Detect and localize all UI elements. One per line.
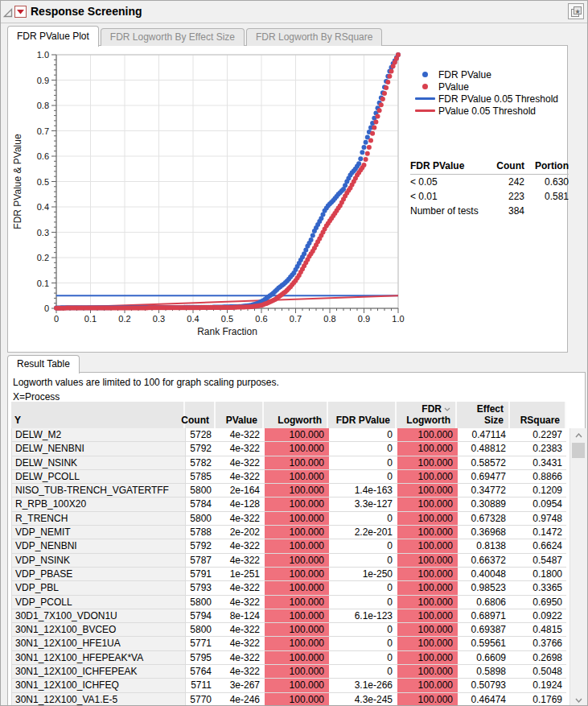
value-cell: 4e-322: [216, 554, 265, 567]
column-header-y[interactable]: Y: [11, 402, 185, 428]
legend-label: FDR PValue 0.05 Threshold: [438, 93, 558, 105]
legend-item-pvalue[interactable]: PValue: [414, 81, 558, 93]
table-row[interactable]: 30N1_12X100_ICHFEPEAK57644e-322100.00001…: [12, 665, 566, 679]
table-row[interactable]: DELW_PCOLL57854e-322100.0000100.0000.694…: [12, 470, 566, 484]
value-cell: 0.4815: [511, 623, 567, 636]
value-cell: 2e-164: [216, 484, 265, 497]
table-row[interactable]: VDP_PCOLL58004e-322100.0000100.0000.6806…: [12, 596, 566, 609]
value-cell: 4e-322: [216, 428, 265, 441]
scroll-down-icon[interactable]: [570, 693, 586, 706]
svg-text:0.9: 0.9: [37, 76, 49, 85]
table-row[interactable]: VDP_NSINK57874e-322100.0000100.0000.6637…: [12, 554, 566, 568]
table-row[interactable]: 30N1_12X100_VA1.E-557704e-246100.0004.3e…: [12, 693, 566, 706]
value-cell: 4e-128: [216, 498, 265, 510]
column-header-rsquare[interactable]: RSquare: [510, 402, 566, 428]
value-cell: 0.1769: [511, 693, 567, 706]
table-row[interactable]: NISO_TUB-TRENCH_VGATERTFF58002e-164100.0…: [12, 484, 566, 498]
y-name-cell: 30N1_12X100_ICHFEQ: [12, 679, 186, 692]
tab-result-table-label: Result Table: [17, 358, 70, 370]
layered-star-icon[interactable]: ★: [568, 3, 584, 19]
table-row[interactable]: R_RPB_100X2057844e-128100.0003.3e-127100…: [12, 498, 566, 511]
scroll-up-icon[interactable]: [570, 428, 586, 442]
value-cell: 0: [329, 470, 397, 483]
table-row[interactable]: R_TRENCH58004e-322100.0000100.0000.67328…: [12, 512, 566, 526]
table-row[interactable]: DELW_NENBNI57924e-322100.0000100.0000.48…: [12, 442, 566, 456]
tab-fdr-pvalue-plot[interactable]: FDR PValue Plot: [7, 26, 99, 47]
summary-header: Portion: [524, 160, 569, 171]
column-header-pvalue[interactable]: PValue: [216, 402, 264, 428]
value-cell: 100.000: [265, 512, 329, 525]
value-cell: 100.000: [265, 637, 329, 650]
tab-fdr-logworth-by-effect-size[interactable]: FDR Logworth By Effect Size: [101, 28, 245, 46]
summary-cell: < 0.01: [410, 191, 488, 202]
table-row[interactable]: 30N1_12X100_BVCEO58004e-322100.0000100.0…: [12, 623, 566, 637]
table-row[interactable]: 30N1_12X100_HFEPEAK*VA57954e-322100.0000…: [12, 651, 566, 665]
table-row[interactable]: 30N1_12X100_HFE1UA57714e-322100.0000100.…: [12, 637, 566, 650]
table-row[interactable]: DELW_NSINK57824e-322100.0000100.0000.585…: [12, 456, 566, 470]
value-cell: 100.000: [265, 665, 329, 678]
fdr-summary-table: FDR PValueCountPortion< 0.052420.630< 0.…: [410, 159, 569, 218]
value-cell: 0.2383: [511, 442, 567, 455]
value-cell: 0: [329, 581, 397, 594]
summary-cell: 242: [488, 176, 524, 188]
value-cell: 0.6609: [458, 651, 511, 664]
summary-header: FDR PValue: [410, 160, 488, 171]
value-cell: 5782: [186, 456, 216, 469]
vertical-scrollbar[interactable]: [569, 428, 586, 706]
summary-cell: 0.581: [524, 191, 569, 202]
red-triangle-menu-icon[interactable]: [14, 6, 27, 18]
result-table-body: DELW_M257284e-322100.0000100.0000.471140…: [11, 428, 566, 706]
value-cell: 4e-322: [216, 470, 265, 483]
y-name-cell: R_RPB_100X20: [12, 498, 186, 510]
table-row[interactable]: DELW_M257284e-322100.0000100.0000.471140…: [12, 428, 566, 442]
value-cell: 0.6624: [511, 539, 567, 552]
summary-header-row: FDR PValueCountPortion: [410, 159, 569, 175]
table-row[interactable]: 30N1_12X100_ICHFEQ57113e-267100.0003.1e-…: [12, 679, 566, 692]
value-cell: 5792: [186, 442, 216, 455]
column-header-count[interactable]: Count: [185, 402, 216, 428]
svg-text:1.0: 1.0: [37, 50, 49, 60]
column-header-effect-size[interactable]: Effect Size: [457, 402, 510, 428]
table-row[interactable]: VDP_PBL57934e-322100.0000100.0000.985230…: [12, 581, 566, 595]
scrollbar-thumb[interactable]: [572, 443, 585, 458]
value-cell: 0.1472: [511, 526, 567, 539]
column-header-fdr-logworth[interactable]: FDRLogworth: [397, 402, 457, 428]
summary-cell: Number of tests: [410, 205, 488, 217]
table-row[interactable]: VDP_NENBNI57924e-322100.0000100.0000.813…: [12, 539, 566, 553]
column-header-logworth[interactable]: Logworth: [264, 402, 328, 428]
legend-line-icon: [414, 97, 435, 100]
value-cell: 100.000: [397, 484, 458, 497]
legend-item-pvalue-0-05-threshold[interactable]: PValue 0.05 Threshold: [414, 105, 558, 117]
value-cell: 100.000: [265, 428, 329, 441]
y-name-cell: R_TRENCH: [12, 512, 186, 525]
legend-item-fdr-pvalue[interactable]: FDR PValue: [414, 68, 558, 81]
value-cell: 5770: [186, 693, 216, 706]
value-cell: 100.000: [397, 442, 458, 455]
legend-line-icon: [414, 109, 435, 112]
value-cell: 0: [329, 442, 397, 455]
value-cell: 100.000: [397, 512, 458, 525]
fdr-pvalue-plot-panel: 00.10.20.30.40.50.60.70.80.91.000.10.20.…: [7, 45, 568, 353]
legend-item-fdr-pvalue-0-05-threshold[interactable]: FDR PValue 0.05 Threshold: [414, 93, 558, 105]
value-cell: 100.000: [397, 637, 458, 650]
value-cell: 100.000: [397, 568, 458, 580]
table-row[interactable]: 30D1_7X100_VDON1U57948e-124100.0006.1e-1…: [12, 609, 566, 623]
value-cell: 0.48812: [458, 442, 511, 455]
value-cell: 100.000: [397, 428, 458, 441]
column-header-fdr-pvalue[interactable]: FDR PValue: [328, 402, 397, 428]
value-cell: 0.3431: [511, 456, 567, 469]
value-cell: 0.0922: [511, 609, 567, 622]
x-axis-label: Rank Fraction: [197, 326, 257, 337]
disclosure-triangle-icon[interactable]: [3, 8, 13, 18]
table-row[interactable]: VDP_NEMIT57882e-202100.0002.2e-201100.00…: [12, 526, 566, 539]
tab-result-table[interactable]: Result Table: [7, 355, 80, 374]
tab-fdr-logworth-by-rsquare[interactable]: FDR Logworth By RSquare: [246, 28, 382, 46]
value-cell: 5771: [186, 637, 216, 650]
value-cell: 0.5048: [511, 665, 567, 678]
svg-text:0.2: 0.2: [37, 253, 49, 262]
table-row[interactable]: VDP_PBASE57911e-251100.0001e-250100.0000…: [12, 568, 566, 581]
value-cell: 100.000: [397, 539, 458, 552]
value-cell: 6.1e-123: [329, 609, 397, 622]
svg-text:0: 0: [44, 303, 49, 313]
sort-descending-icon[interactable]: [444, 407, 450, 411]
